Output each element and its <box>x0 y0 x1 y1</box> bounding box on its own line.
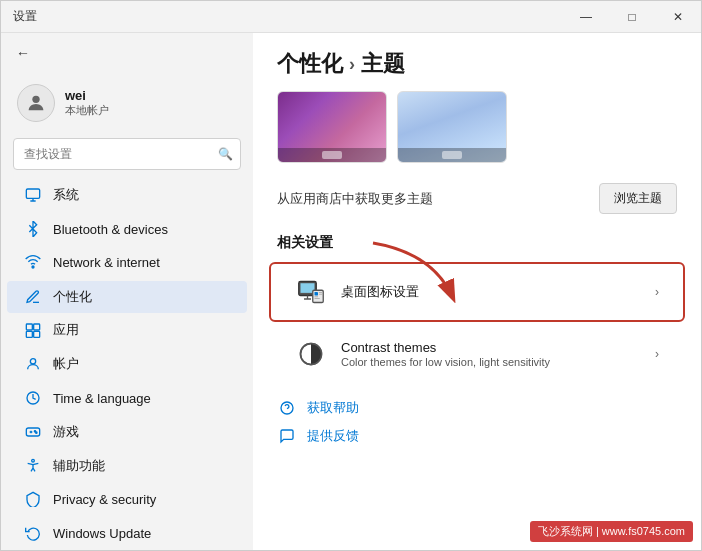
apps-icon <box>23 320 43 340</box>
svg-rect-3 <box>26 324 32 330</box>
sidebar-item-time[interactable]: Time & language <box>7 382 247 414</box>
breadcrumb: 个性化 › 主题 <box>277 49 677 79</box>
contrast-themes-setting[interactable]: Contrast themes Color themes for low vis… <box>269 324 685 384</box>
window-title: 设置 <box>13 8 37 25</box>
sidebar-label-personalization: 个性化 <box>53 288 92 306</box>
sidebar-item-accounts[interactable]: 帐户 <box>7 348 247 380</box>
contrast-themes-text: Contrast themes Color themes for low vis… <box>341 340 641 368</box>
svg-point-0 <box>32 96 39 103</box>
sidebar-label-network: Network & internet <box>53 255 160 270</box>
svg-rect-16 <box>315 292 319 296</box>
sidebar-item-personalization[interactable]: 个性化 <box>7 281 247 313</box>
title-bar-left: 设置 <box>13 8 37 25</box>
svg-rect-1 <box>26 189 39 198</box>
theme-previews <box>253 91 701 175</box>
contrast-themes-subtitle: Color themes for low vision, light sensi… <box>341 356 641 368</box>
sidebar-item-update[interactable]: Windows Update <box>7 517 247 549</box>
main-content: 个性化 › 主题 <box>253 33 701 458</box>
svg-rect-19 <box>319 292 323 293</box>
user-name: wei <box>65 88 109 103</box>
gaming-icon <box>23 422 43 442</box>
contrast-themes-chevron: › <box>655 347 659 361</box>
user-info: wei 本地帐户 <box>65 88 109 118</box>
sidebar-item-gaming[interactable]: 游戏 <box>7 416 247 448</box>
svg-rect-20 <box>319 294 323 295</box>
minimize-button[interactable]: — <box>563 1 609 33</box>
title-bar: 设置 — □ ✕ <box>1 1 701 33</box>
footer-links: 获取帮助 提供反馈 <box>253 386 701 458</box>
browse-themes-button[interactable]: 浏览主题 <box>599 183 677 214</box>
main-wrapper: 个性化 › 主题 <box>253 33 701 550</box>
content-area: ← wei 本地帐户 🔍 <box>1 33 701 550</box>
sidebar-label-time: Time & language <box>53 391 151 406</box>
svg-rect-18 <box>315 298 320 299</box>
contrast-themes-icon <box>295 338 327 370</box>
related-settings-title: 相关设置 <box>253 226 701 260</box>
desktop-icons-icon <box>295 276 327 308</box>
sidebar-item-accessibility[interactable]: 辅助功能 <box>7 450 247 482</box>
desktop-icons-setting[interactable]: 桌面图标设置 › <box>269 262 685 322</box>
breadcrumb-current: 主题 <box>361 49 405 79</box>
maximize-button[interactable]: □ <box>609 1 655 33</box>
contrast-themes-title: Contrast themes <box>341 340 641 355</box>
settings-window: 设置 — □ ✕ ← wei 本地帐户 <box>0 0 702 551</box>
accounts-icon <box>23 354 43 374</box>
sidebar-item-system[interactable]: 系统 <box>7 179 247 211</box>
bluetooth-icon <box>23 219 43 239</box>
system-icon <box>23 185 43 205</box>
sidebar-item-bluetooth[interactable]: Bluetooth & devices <box>7 213 247 245</box>
sidebar-label-update: Windows Update <box>53 526 151 541</box>
theme-preview-1[interactable] <box>277 91 387 163</box>
help-link[interactable]: 获取帮助 <box>277 398 677 418</box>
search-box: 🔍 <box>13 138 241 170</box>
feedback-icon <box>277 426 297 446</box>
svg-rect-9 <box>26 428 39 436</box>
watermark: 飞沙系统网 | www.fs0745.com <box>530 521 693 542</box>
close-button[interactable]: ✕ <box>655 1 701 33</box>
svg-rect-4 <box>34 324 40 330</box>
feedback-link[interactable]: 提供反馈 <box>277 426 677 446</box>
desktop-icons-title: 桌面图标设置 <box>341 283 641 301</box>
sidebar-item-network[interactable]: Network & internet <box>7 247 247 279</box>
back-button[interactable]: ← <box>9 41 37 64</box>
privacy-icon <box>23 489 43 509</box>
time-icon <box>23 388 43 408</box>
title-bar-controls: — □ ✕ <box>563 1 701 33</box>
sidebar-label-system: 系统 <box>53 186 79 204</box>
sidebar-label-privacy: Privacy & security <box>53 492 156 507</box>
user-profile[interactable]: wei 本地帐户 <box>1 68 253 134</box>
breadcrumb-separator: › <box>349 54 355 75</box>
svg-point-2 <box>32 266 34 268</box>
sidebar-item-apps[interactable]: 应用 <box>7 315 247 347</box>
desktop-icons-chevron: › <box>655 285 659 299</box>
svg-rect-17 <box>315 296 319 297</box>
feedback-link-text: 提供反馈 <box>307 427 359 445</box>
avatar <box>17 84 55 122</box>
svg-point-12 <box>32 459 35 462</box>
breadcrumb-parent: 个性化 <box>277 49 343 79</box>
sidebar-label-apps: 应用 <box>53 321 79 339</box>
help-icon <box>277 398 297 418</box>
desktop-icons-text: 桌面图标设置 <box>341 283 641 301</box>
personalization-icon <box>23 287 43 307</box>
sidebar: ← wei 本地帐户 🔍 <box>1 33 253 550</box>
theme-store-row: 从应用商店中获取更多主题 浏览主题 <box>253 175 701 226</box>
network-icon <box>23 253 43 273</box>
page-header: 个性化 › 主题 <box>253 33 701 91</box>
user-account-type: 本地帐户 <box>65 103 109 118</box>
sidebar-item-privacy[interactable]: Privacy & security <box>7 483 247 515</box>
accessibility-icon <box>23 456 43 476</box>
help-link-text: 获取帮助 <box>307 399 359 417</box>
theme-store-label: 从应用商店中获取更多主题 <box>277 190 433 208</box>
sidebar-label-accessibility: 辅助功能 <box>53 457 105 475</box>
svg-rect-6 <box>34 332 40 338</box>
search-icon: 🔍 <box>218 147 233 161</box>
svg-rect-5 <box>26 332 32 338</box>
update-icon <box>23 523 43 543</box>
sidebar-label-gaming: 游戏 <box>53 423 79 441</box>
sidebar-label-accounts: 帐户 <box>53 355 79 373</box>
sidebar-label-bluetooth: Bluetooth & devices <box>53 222 168 237</box>
svg-point-11 <box>36 432 37 433</box>
search-input[interactable] <box>13 138 241 170</box>
theme-preview-2[interactable] <box>397 91 507 163</box>
